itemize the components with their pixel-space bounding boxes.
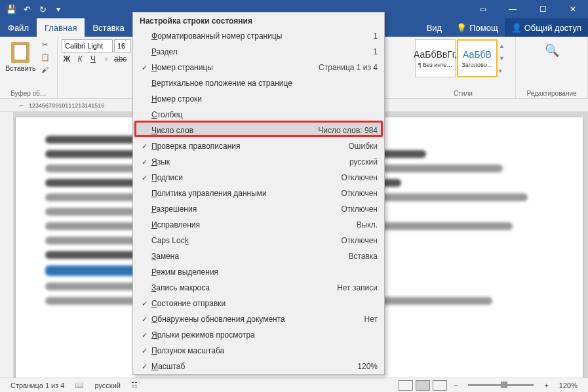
style-normal[interactable]: АаБбВвГг, ¶ Без инте…	[415, 39, 456, 77]
read-mode-icon[interactable]	[399, 380, 413, 391]
web-layout-icon[interactable]	[433, 380, 447, 391]
statusbar-customize-menu: Настройка строки состояния Форматированн…	[132, 12, 385, 375]
check-icon: ✓	[137, 158, 151, 167]
maximize-button[interactable]: ☐	[528, 0, 558, 18]
share-button[interactable]: 👤 Общий доступ	[505, 18, 588, 37]
menu-item[interactable]: Вертикальное положение на странице	[133, 75, 384, 91]
menu-item-label: Запись макроса	[151, 283, 337, 292]
paste-button[interactable]: Вставить	[4, 39, 37, 75]
save-icon[interactable]: 💾	[5, 3, 17, 15]
menu-item[interactable]: Раздел1	[133, 44, 384, 60]
menu-item[interactable]: Форматированный номер страницы1	[133, 28, 384, 44]
font-name-input[interactable]	[62, 39, 113, 52]
help-button[interactable]: 💡 Помощ	[450, 23, 504, 33]
find-icon[interactable]: 🔍	[545, 43, 559, 58]
menu-item-label: Номер строки	[151, 94, 378, 104]
tab-selector-icon[interactable]: ⌐	[20, 102, 29, 109]
menu-item-value: 1	[373, 47, 378, 56]
menu-item-value: Нет	[364, 315, 378, 324]
menu-item-label: Язык	[151, 157, 349, 167]
zoom-in-button[interactable]: +	[539, 382, 553, 389]
menu-item[interactable]: ✓Ползунок масштаба	[133, 343, 384, 359]
share-icon: 👤	[511, 23, 522, 33]
menu-item-value: Нет записи	[337, 283, 378, 292]
menu-item[interactable]: ✓ПодписиОтключен	[133, 170, 384, 186]
print-layout-icon[interactable]	[416, 380, 430, 391]
status-language[interactable]: русский	[89, 382, 125, 389]
menu-item-label: Замена	[151, 252, 348, 261]
menu-item[interactable]: ИсправленияВыкл.	[133, 217, 384, 233]
menu-title: Настройка строки состояния	[133, 12, 384, 28]
font-size-input[interactable]	[114, 39, 131, 52]
check-icon: ✓	[137, 363, 151, 371]
zoom-out-button[interactable]: −	[448, 382, 463, 389]
tab-insert[interactable]: Вставка	[85, 18, 132, 37]
menu-item-label: Разрешения	[151, 205, 341, 214]
menu-item-label: Номер страницы	[151, 63, 319, 72]
status-proofing-icon[interactable]: 📖	[69, 381, 89, 389]
check-icon: ✓	[137, 174, 151, 182]
strike-button[interactable]: abc	[114, 54, 127, 64]
close-button[interactable]: ✕	[558, 0, 588, 18]
menu-item[interactable]: ✓Состояние отправки	[133, 296, 384, 311]
menu-item[interactable]: Политика управления даннымиОтключен	[133, 186, 384, 201]
menu-item[interactable]: ✓Масштаб120%	[133, 359, 384, 374]
menu-item-label: Проверка правописания	[151, 142, 349, 151]
style-down-icon[interactable]: ▼	[499, 55, 508, 62]
zoom-slider[interactable]	[468, 384, 534, 386]
menu-item-value: Выкл.	[357, 220, 378, 229]
check-icon: ✓	[137, 331, 151, 340]
menu-item-label: Вертикальное положение на странице	[151, 79, 378, 88]
italic-button[interactable]: К	[75, 54, 85, 64]
menu-item-label: Ползунок масштаба	[151, 346, 378, 355]
menu-item[interactable]: ✓Ярлыки режимов просмотра	[133, 327, 384, 343]
menu-item[interactable]: ✓Проверка правописанияОшибки	[133, 138, 384, 154]
zoom-level[interactable]: 120%	[554, 382, 583, 389]
menu-item[interactable]: РазрешенияОтключен	[133, 201, 384, 217]
underline-button[interactable]: Ч	[88, 54, 98, 64]
cut-icon[interactable]: ✂	[40, 39, 50, 50]
vertical-ruler[interactable]	[0, 112, 13, 378]
menu-item-value: Отключен	[341, 173, 378, 182]
tab-file[interactable]: Файл	[0, 18, 37, 37]
clipboard-group-label: Буфер об…	[4, 88, 53, 97]
bold-button[interactable]: Ж	[62, 54, 72, 64]
menu-item[interactable]: Запись макросаНет записи	[133, 280, 384, 296]
repeat-icon[interactable]: ↻	[37, 3, 49, 15]
clipboard-icon	[10, 41, 31, 64]
menu-item[interactable]: Столбец	[133, 107, 384, 123]
menu-item-label: Форматированный номер страницы	[151, 31, 373, 41]
menu-item-label: Исправления	[151, 220, 357, 229]
styles-gallery[interactable]: АаБбВвГг, ¶ Без инте… АаБбВ Заголово… ▲ …	[415, 39, 511, 77]
menu-item[interactable]: Caps LockОтключен	[133, 233, 384, 248]
menu-item-value: Отключен	[341, 236, 378, 245]
tab-view[interactable]: Вид	[419, 18, 450, 37]
qat-dropdown-icon[interactable]: ▾	[52, 3, 64, 15]
menu-item-value: русский	[349, 157, 378, 167]
menu-item[interactable]: ✓Обнаружены обновления документаНет	[133, 311, 384, 327]
status-accessibility-icon[interactable]: ☷	[126, 381, 143, 389]
copy-icon[interactable]: 📋	[40, 52, 50, 62]
menu-item[interactable]: Номер строки	[133, 91, 384, 107]
undo-icon[interactable]: ↶	[21, 3, 33, 15]
minimize-button[interactable]: —	[498, 0, 528, 18]
check-icon: ✓	[137, 315, 151, 324]
menu-item[interactable]: Режим выделения	[133, 264, 384, 280]
menu-item[interactable]: Число словЧисло слов: 984	[133, 123, 384, 138]
ribbon-options-icon[interactable]: ▭	[467, 0, 498, 18]
menu-item[interactable]: ЗаменаВставка	[133, 248, 384, 264]
menu-item[interactable]: ✓Номер страницыСтраница 1 из 4	[133, 60, 384, 75]
check-icon: ✓	[137, 347, 151, 355]
style-up-icon[interactable]: ▲	[499, 43, 508, 49]
check-icon: ✓	[137, 142, 151, 151]
menu-item[interactable]: ✓Языкрусский	[133, 154, 384, 170]
style-heading[interactable]: АаБбВ Заголово…	[457, 39, 498, 77]
menu-item-value: 120%	[357, 362, 378, 371]
editing-group-label: Редактирование	[520, 88, 583, 97]
style-more-icon[interactable]: ▾	[499, 68, 508, 74]
tab-home[interactable]: Главная	[37, 18, 85, 37]
format-painter-icon[interactable]: 🖌	[40, 64, 50, 75]
menu-item-value: Ошибки	[349, 142, 378, 151]
menu-item-label: Столбец	[151, 110, 378, 119]
status-page[interactable]: Страница 1 из 4	[5, 382, 69, 389]
